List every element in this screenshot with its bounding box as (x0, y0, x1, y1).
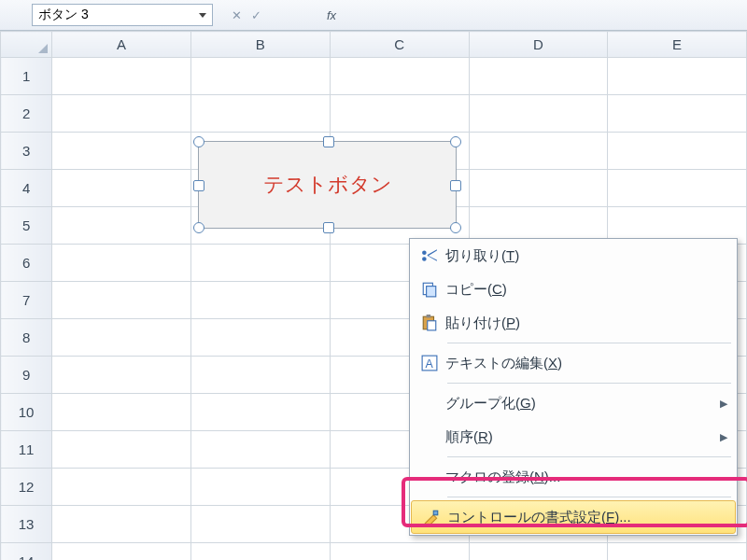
menu-item-paste[interactable]: 貼り付け(P) (410, 306, 737, 340)
menu-item-order[interactable]: 順序(R) ▶ (410, 420, 737, 454)
menu-item-edit-text[interactable]: A テキストの編集(X) (410, 346, 737, 380)
menu-item-cut[interactable]: 切り取り(T) (410, 239, 737, 273)
row-header[interactable]: 4 (1, 170, 52, 207)
select-all-corner[interactable] (1, 32, 52, 58)
menu-label: 貼り付け(P) (445, 315, 520, 332)
menu-separator (447, 383, 731, 384)
row-header[interactable]: 11 (1, 431, 52, 469)
svg-rect-3 (427, 315, 431, 317)
scissors-icon (421, 247, 438, 264)
menu-item-copy[interactable]: コピー(C) (410, 273, 737, 306)
name-box[interactable]: ボタン 3 (32, 4, 213, 26)
enter-icon: ✓ (251, 8, 261, 22)
fx-icon[interactable]: fx (327, 8, 336, 22)
row-header[interactable]: 13 (1, 506, 52, 543)
svg-rect-4 (428, 321, 436, 330)
resize-handle[interactable] (450, 180, 461, 191)
form-control-button[interactable]: テストボタン (198, 141, 457, 229)
resize-handle[interactable] (193, 136, 204, 147)
worksheet-grid[interactable]: A B C D E 1 2 3 4 5 6 7 8 9 10 11 12 13 … (0, 31, 747, 560)
svg-text:A: A (426, 357, 434, 371)
menu-separator (447, 497, 731, 497)
col-header[interactable]: D (469, 32, 608, 58)
col-header[interactable]: A (52, 32, 191, 58)
col-header[interactable]: B (191, 32, 331, 58)
svg-rect-1 (427, 287, 436, 297)
col-header[interactable]: C (330, 32, 469, 58)
resize-handle[interactable] (193, 222, 204, 233)
cancel-icon: ✕ (232, 8, 242, 22)
context-menu: 切り取り(T) コピー(C) 貼り付け(P) A テキストの編集(X) グループ… (409, 238, 738, 536)
format-control-icon (423, 509, 440, 525)
row-header[interactable]: 10 (1, 394, 52, 431)
paste-icon (421, 315, 438, 331)
form-control-button-label: テストボタン (263, 171, 392, 199)
menu-label: 順序(R) (445, 428, 493, 446)
formula-bar-icons: ✕ ✓ fx (232, 8, 336, 22)
menu-item-format-control[interactable]: コントロールの書式設定(F)... (411, 500, 736, 534)
menu-item-group[interactable]: グループ化(G) ▶ (410, 386, 737, 420)
copy-icon (421, 281, 438, 298)
menu-item-assign-macro[interactable]: マクロの登録(N)... (410, 460, 737, 494)
row-header[interactable]: 14 (1, 543, 52, 561)
menu-label: マクロの登録(N)... (445, 469, 560, 486)
formula-bar: ボタン 3 ✕ ✓ fx (0, 0, 747, 31)
name-box-value: ボタン 3 (38, 7, 89, 23)
resize-handle[interactable] (450, 222, 461, 233)
menu-label: 切り取り(T) (445, 247, 519, 265)
row-header[interactable]: 12 (1, 469, 52, 506)
menu-label: コピー(C) (445, 281, 507, 299)
resize-handle[interactable] (323, 222, 334, 233)
menu-separator (447, 343, 731, 343)
text-edit-icon: A (421, 355, 438, 371)
menu-label: グループ化(G) (445, 395, 536, 413)
col-header[interactable]: E (608, 32, 747, 58)
row-header[interactable]: 7 (1, 282, 52, 319)
row-header[interactable]: 1 (1, 58, 52, 95)
row-header[interactable]: 3 (1, 133, 52, 170)
row-header[interactable]: 9 (1, 357, 52, 394)
resize-handle[interactable] (193, 180, 204, 191)
menu-label: コントロールの書式設定(F)... (447, 509, 631, 526)
row-header[interactable]: 8 (1, 319, 52, 357)
menu-separator (447, 456, 731, 457)
submenu-arrow-icon: ▶ (720, 431, 727, 443)
row-header[interactable]: 5 (1, 207, 52, 245)
row-header[interactable]: 2 (1, 95, 52, 133)
svg-rect-7 (433, 511, 438, 515)
resize-handle[interactable] (450, 136, 461, 147)
menu-label: テキストの編集(X) (445, 355, 562, 372)
submenu-arrow-icon: ▶ (720, 398, 727, 410)
chevron-down-icon[interactable] (199, 13, 206, 18)
resize-handle[interactable] (323, 136, 334, 147)
row-header[interactable]: 6 (1, 245, 52, 282)
